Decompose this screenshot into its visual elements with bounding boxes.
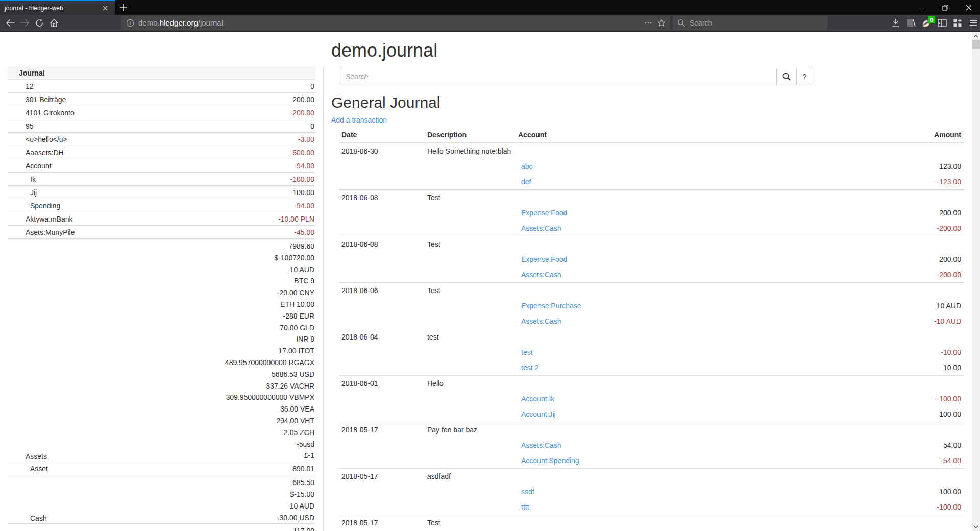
sidebar-journal-link[interactable]: Journal <box>19 69 45 77</box>
sidebar-account-link[interactable]: 301 Beiträge <box>26 95 66 104</box>
library-button[interactable] <box>904 16 918 30</box>
search-input[interactable] <box>339 68 777 85</box>
sidebar-account-balance: 7989.60 <box>288 242 314 250</box>
posting-account-link[interactable]: Assets:Cash <box>521 271 561 279</box>
transaction-title-row[interactable]: 2018-06-08Test <box>339 190 964 206</box>
sidebar-account-balance: ETH 10.00 <box>280 300 314 308</box>
transaction-title-row[interactable]: 2018-05-17Test <box>339 515 964 531</box>
page-title: demo.journal <box>331 40 964 61</box>
extension-button[interactable]: 0 <box>919 16 934 30</box>
posting-amount: -54.00 <box>811 453 964 469</box>
window-minimize-button[interactable] <box>910 0 933 15</box>
site-info-icon[interactable] <box>126 19 134 29</box>
sidebar-account-row: 950 <box>8 119 315 133</box>
sidebar-account-balance: 0 <box>310 82 314 90</box>
add-transaction-link[interactable]: Add a transaction <box>331 116 387 124</box>
sidebar-account-balance: 294.00 VHT <box>276 417 314 425</box>
transaction-title-row[interactable]: 2018-06-06Test <box>339 283 964 299</box>
posting-account-link[interactable]: Assets:Cash <box>521 441 561 449</box>
sidebar-account-row: <u>hello</u>-3.00 <box>8 133 315 146</box>
posting-row: test-10.00 <box>339 345 964 360</box>
transaction-description: Pay foo bar baz <box>425 422 516 438</box>
posting-account-link[interactable]: Assets:Cash <box>521 224 561 232</box>
scrollbar-up-arrow[interactable] <box>972 32 980 40</box>
scrollbar-down-arrow[interactable] <box>972 522 980 531</box>
sidebar-account-balance: 5686.53 USD <box>272 370 314 378</box>
sidebar-account-row: Spending-94.00 <box>8 199 315 212</box>
header-account: Account <box>516 127 811 143</box>
posting-account-link[interactable]: Expense:Purchase <box>521 302 581 310</box>
transaction-title-row[interactable]: 2018-05-17Pay foo bar baz <box>339 422 964 438</box>
sidebar-account-balance: 337.26 VACHR <box>266 382 314 390</box>
page-actions-icon[interactable] <box>644 19 652 29</box>
new-tab-button[interactable] <box>118 2 129 13</box>
menu-button[interactable] <box>966 16 980 30</box>
page-scrollbar[interactable] <box>972 32 980 531</box>
sidebar-account-row: Asets:MunyPile-45.00 <box>8 226 315 239</box>
window-restore-button[interactable] <box>934 0 957 15</box>
sidebar-account-link[interactable]: Account <box>26 162 52 170</box>
sidebars-button[interactable] <box>935 16 949 30</box>
sidebar-account-balance: $-100720.00 <box>274 254 314 262</box>
posting-account-link[interactable]: Expense:Food <box>521 209 567 217</box>
tab-close-icon[interactable] <box>101 4 109 12</box>
posting-account-link[interactable]: test 2 <box>521 364 538 372</box>
home-button[interactable] <box>47 16 61 30</box>
search-help-button[interactable]: ? <box>796 68 813 85</box>
posting-account-link[interactable]: Account:Jij <box>521 410 556 418</box>
sidebar-account-link[interactable]: Asets:MunyPile <box>26 228 75 236</box>
browser-search-bar[interactable]: Search <box>673 16 828 30</box>
sidebar-account-link[interactable]: Jij <box>30 188 37 197</box>
sidebar-account-link[interactable]: 95 <box>26 122 34 130</box>
sidebar-account-link[interactable]: Asset <box>30 465 48 473</box>
forward-button[interactable] <box>18 16 32 30</box>
posting-account-link[interactable]: test <box>521 348 533 356</box>
sidebar-account-balance: 200.00 <box>292 95 314 104</box>
posting-account-link[interactable]: abc <box>521 162 533 171</box>
window-close-button[interactable] <box>957 0 980 15</box>
sidebar-account-link[interactable]: 12 <box>26 82 34 90</box>
posting-row: abc123.00 <box>339 159 964 174</box>
downloads-button[interactable] <box>889 16 903 30</box>
transaction-title-row[interactable]: 2018-05-17asdfadf <box>339 469 964 485</box>
posting-account-link[interactable]: ssdf <box>521 488 534 496</box>
sidebar-account-link[interactable]: Assets <box>26 452 47 461</box>
sidebar-account-link[interactable]: <u>hello</u> <box>26 135 67 143</box>
add-transaction-wrap: Add a transaction <box>331 116 964 126</box>
scrollbar-thumb[interactable] <box>972 40 980 49</box>
posting-row: test 210.00 <box>339 360 964 376</box>
back-button[interactable] <box>3 16 17 30</box>
sidebar-account-link[interactable]: Aaasets:DH <box>26 149 64 157</box>
sidebar-account-balance: -30.00 USD <box>277 514 314 522</box>
transaction-title-row[interactable]: 2018-06-04test <box>339 329 964 345</box>
posting-account-link[interactable]: Account:Spending <box>521 456 579 465</box>
sidebar-account-link[interactable]: Ik <box>30 175 36 183</box>
tab-journal[interactable]: journal - hledger-web <box>0 0 115 15</box>
posting-amount: 54.00 <box>811 438 964 453</box>
posting-account-link[interactable]: Expense:Food <box>521 255 567 263</box>
search-submit-button[interactable] <box>776 68 797 85</box>
sidebar-account-balance: £-1 <box>304 451 314 460</box>
posting-amount: -100.00 <box>811 499 964 515</box>
transaction-date: 2018-06-06 <box>339 283 425 299</box>
header-amount: Amount <box>811 127 964 143</box>
posting-account-link[interactable]: Assets:Cash <box>521 317 561 325</box>
transaction-title-row[interactable]: 2018-06-01Hello <box>339 376 964 392</box>
transaction-title-row[interactable]: 2018-06-08Test <box>339 236 964 252</box>
sidebar-account-link[interactable]: Aktywa:mBank <box>26 215 73 223</box>
posting-account-link[interactable]: def <box>521 178 531 186</box>
sidebar-account-link[interactable]: 4101 Girokonto <box>26 109 75 117</box>
sidebar-account-link[interactable]: Spending <box>30 202 60 210</box>
posting-row: Assets:Cash-200.00 <box>339 221 964 236</box>
posting-account-link[interactable]: Account:Ik <box>521 395 554 403</box>
sidebar-account-link[interactable]: Cash <box>30 514 47 522</box>
url-bar[interactable]: demo.hledger.org/journal <box>121 16 670 30</box>
transaction-title-row[interactable]: 2018-06-30Hello Something note:blah <box>339 143 964 159</box>
url-text: demo.hledger.org/journal <box>138 18 223 27</box>
reload-button[interactable] <box>32 16 46 30</box>
posting-account-link[interactable]: tttt <box>521 503 529 511</box>
addons-grid-button[interactable] <box>950 16 965 30</box>
search-icon <box>677 19 685 29</box>
bookmark-star-icon[interactable] <box>657 19 666 29</box>
transaction-date: 2018-06-30 <box>339 143 425 159</box>
